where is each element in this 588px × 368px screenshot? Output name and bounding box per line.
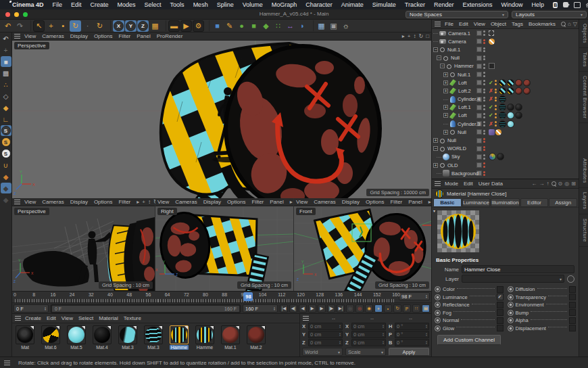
playhead[interactable]: 98 — [243, 292, 253, 301]
menubar-item-modes[interactable]: Modes — [118, 1, 136, 8]
perspective-small-canvas[interactable]: YXZ — [12, 206, 155, 291]
magnet-tool[interactable]: ∪ — [1, 160, 11, 170]
material-thumbnail[interactable] — [144, 325, 163, 344]
apply-button[interactable]: Apply — [389, 348, 429, 356]
menubar-item-create[interactable]: Create — [91, 1, 109, 8]
noentry-tag-icon[interactable] — [489, 39, 495, 45]
tab-luminance[interactable]: Luminance — [462, 198, 491, 207]
live-selection-tool[interactable]: ↖ — [33, 20, 45, 32]
keyframe-record-button[interactable]: ◉ — [365, 304, 373, 313]
x-axis-lock[interactable]: X — [113, 20, 124, 32]
coord-field-y-1[interactable]: 0 cm▴▾ — [351, 331, 386, 338]
channel-checkbox[interactable] — [497, 309, 504, 316]
xpresso-tag-icon[interactable] — [489, 129, 495, 135]
coord-field-x-0[interactable]: 0 cm▴▾ — [308, 323, 343, 330]
side-tab-content-browser[interactable]: Content Browser — [579, 72, 588, 123]
enable-snap[interactable]: S — [1, 125, 11, 136]
expander-icon[interactable]: − — [433, 146, 438, 151]
add-floor-button[interactable]: ▦ — [316, 20, 327, 32]
viewport-menu-cameras[interactable]: Cameras — [314, 199, 335, 205]
expander-icon[interactable]: − — [437, 55, 441, 60]
texture-tag-checker[interactable] — [499, 79, 506, 87]
render-settings-button[interactable]: ⚙ — [193, 20, 204, 32]
edit-toggle-icon[interactable] — [476, 55, 482, 61]
collapse-icon[interactable]: ▾ — [433, 208, 435, 213]
next-frame-button[interactable]: ▶ — [318, 304, 326, 313]
coord-field-h-2[interactable]: 0 °▴▾ — [395, 323, 429, 330]
layer-dropdown[interactable]: ▾ — [462, 275, 564, 283]
visibility-dots[interactable] — [483, 97, 485, 102]
right-viewport[interactable]: ViewCamerasDisplayOptionsFilterPanel ▸+↕… — [155, 198, 293, 291]
visibility-dots[interactable] — [483, 55, 485, 61]
channel-radio-icon[interactable] — [435, 325, 441, 331]
tree-item-background[interactable]: Background — [432, 169, 579, 177]
front-viewport[interactable]: ViewCamerasDisplayOptionsFilterPanel ▸+↕… — [294, 198, 431, 291]
menu-mode[interactable]: Mode — [445, 181, 458, 187]
tree-item-old[interactable]: +OLD — [432, 161, 579, 169]
last-tool[interactable]: · — [82, 20, 93, 32]
channel-radio-icon[interactable] — [435, 294, 441, 300]
menu-tags[interactable]: Tags — [512, 21, 523, 27]
visibility-dots[interactable] — [483, 130, 485, 135]
add-cloner-button[interactable]: ∷ — [272, 20, 284, 32]
menu-icon[interactable] — [4, 361, 10, 365]
more-icon[interactable]: ▸ — [290, 199, 293, 205]
enabled-state-icon[interactable]: ✗ — [489, 121, 495, 127]
perspective-canvas[interactable]: YXZ — [12, 41, 431, 198]
viewport-menu-view[interactable]: View — [24, 33, 36, 39]
channel-radio-icon[interactable] — [435, 286, 441, 292]
viewport-menu-options[interactable]: Options — [227, 199, 246, 205]
viewport-menu-options[interactable]: Options — [94, 199, 113, 205]
expander-icon[interactable]: + — [443, 113, 448, 118]
render-view-button[interactable]: ▬ — [168, 20, 180, 32]
edit-toggle-icon[interactable] — [476, 80, 482, 85]
next-key-button[interactable]: |▶ — [327, 304, 335, 313]
menu-user-data[interactable]: User Data — [479, 181, 503, 187]
back-icon[interactable]: ← — [532, 181, 537, 187]
stepper-icons[interactable]: ▴▾ — [426, 294, 427, 298]
viewport-menu-display[interactable]: Display — [70, 199, 88, 205]
viewport-menu-filter[interactable]: Filter — [118, 199, 130, 205]
pan-view-icon[interactable]: + — [408, 33, 411, 39]
snap-settings[interactable]: S — [1, 137, 11, 147]
pan-view-icon[interactable]: + — [142, 199, 145, 205]
tab-illumination[interactable]: Illumination — [491, 198, 519, 207]
visibility-dots[interactable] — [483, 171, 485, 177]
dolly-view-icon[interactable]: ↕ — [413, 33, 416, 39]
viewport-menu-panel[interactable]: Panel — [408, 199, 422, 205]
channel-checkbox[interactable] — [569, 286, 576, 293]
material-item-mat-4[interactable]: Mat.4 — [91, 325, 114, 350]
channel-checkbox[interactable] — [497, 317, 504, 324]
menu-select[interactable]: Select — [78, 315, 93, 321]
viewport-menu-cameras[interactable]: Cameras — [42, 199, 64, 205]
menubar-item-file[interactable]: File — [53, 1, 63, 8]
expander-icon[interactable]: − — [440, 64, 445, 68]
visibility-dots[interactable] — [483, 113, 485, 118]
visibility-dots[interactable] — [483, 121, 485, 127]
tree-item-cylinder-3[interactable]: ✗Cylinder.3 — [432, 120, 579, 128]
rotate-tool[interactable]: ↻ — [70, 20, 81, 32]
axis-mode[interactable]: ∟ — [1, 114, 11, 124]
prev-key-button[interactable]: ◀| — [289, 304, 297, 313]
material-thumbnail[interactable] — [16, 325, 34, 344]
texture-tag-stripe[interactable] — [499, 95, 506, 103]
expander-icon[interactable]: + — [433, 163, 438, 168]
undo-tool[interactable]: ↶ — [1, 33, 11, 44]
record-pla-button[interactable]: ∷ — [412, 304, 420, 313]
target-tag-icon[interactable] — [489, 30, 494, 36]
menu-icon[interactable] — [435, 22, 441, 26]
add-custom-channel-button[interactable]: Add Custom Channel — [437, 335, 501, 345]
tree-item-null-1[interactable]: +Null.1 — [432, 70, 579, 78]
visibility-dots[interactable] — [483, 72, 485, 77]
node-spaces-dropdown[interactable]: Node Spaces▾ — [406, 11, 508, 18]
menubar-item-simulate[interactable]: Simulate — [372, 1, 396, 8]
material-thumbnail[interactable] — [67, 325, 86, 344]
menu-icon[interactable] — [14, 34, 20, 39]
edit-toggle-icon[interactable] — [476, 162, 482, 168]
visibility-dots[interactable] — [483, 89, 485, 94]
tab-assign[interactable]: Assign — [549, 198, 577, 207]
visibility-dots[interactable] — [483, 47, 485, 53]
home-icon[interactable]: ⌂ — [568, 21, 571, 27]
scale-dropdown[interactable]: Scale▾ — [345, 348, 386, 356]
channel-checkbox[interactable] — [569, 325, 576, 331]
